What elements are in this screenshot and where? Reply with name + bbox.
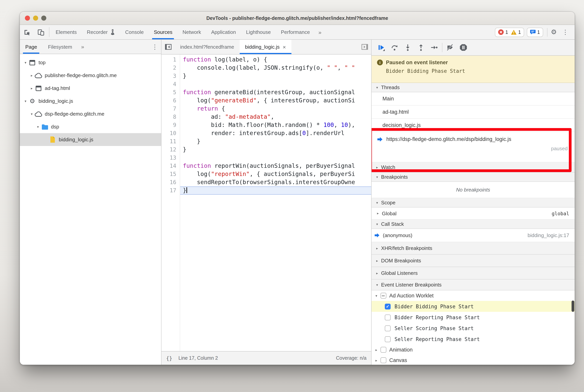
editor-tab-bidding-logic-js[interactable]: bidding_logic.js× — [240, 40, 291, 54]
tab-recorder[interactable]: Recorder — [82, 25, 120, 39]
line-number[interactable]: 7 — [161, 105, 180, 113]
code-line-1[interactable]: 1function log(label, o) { — [161, 56, 371, 64]
line-number[interactable]: 16 — [161, 178, 180, 186]
unchecked-checkbox[interactable] — [380, 357, 386, 363]
tree-item-publisher-fledge-demo-glitch-me[interactable]: ▸publisher-fledge-demo.glitch.me — [20, 69, 161, 82]
thread-row-ad-tag-html[interactable]: ad-tag.html — [372, 106, 575, 119]
code-line-15[interactable]: 15 log("reportWin", { auctionSignals, pe… — [161, 170, 371, 178]
close-window-button[interactable] — [25, 16, 30, 21]
tree-item-bidding-logic-js[interactable]: ▾⚙bidding_logic.js — [20, 94, 161, 108]
tab-sources[interactable]: Sources — [149, 25, 177, 39]
tab-network[interactable]: Network — [177, 25, 206, 39]
thread-row-decision-logic-js[interactable]: decision_logic.js — [372, 119, 575, 132]
code-line-17[interactable]: 17} — [161, 186, 371, 195]
tab-console[interactable]: Console — [120, 25, 149, 39]
elbp-item-bidder-bidding-phase-start[interactable]: Bidder Bidding Phase Start — [372, 301, 575, 312]
thread-row-main[interactable]: Main — [372, 92, 575, 106]
section-header-xhr-fetch-breakpoints[interactable]: ▸XHR/fetch Breakpoints — [372, 242, 575, 254]
code-line-16[interactable]: 16 sendReportTo(browserSignals.interestG… — [161, 178, 371, 186]
close-tab-icon[interactable]: × — [283, 44, 286, 50]
indeterminate-checkbox[interactable] — [380, 293, 386, 298]
code-line-2[interactable]: 2 console.log(label, JSON.stringify(o, "… — [161, 64, 371, 72]
step-over-button[interactable] — [388, 41, 401, 54]
current-thread-row[interactable]: https://dsp-fledge-demo.glitch.me/dsp/bi… — [372, 132, 575, 162]
line-number[interactable]: 14 — [161, 162, 180, 170]
tab-performance[interactable]: Performance — [276, 25, 315, 39]
device-toolbar-button[interactable] — [34, 25, 48, 39]
line-number[interactable]: 5 — [161, 88, 180, 96]
line-number[interactable]: 3 — [161, 72, 180, 80]
show-debugger-button[interactable] — [358, 40, 371, 54]
scrollbar-thumb[interactable] — [572, 300, 574, 312]
elbp-item-bidder-reporting-phase-start[interactable]: Bidder Reporting Phase Start — [372, 312, 575, 323]
checked-checkbox[interactable] — [385, 304, 391, 309]
navigator-tab-filesystem[interactable]: Filesystem — [42, 40, 78, 54]
minimize-window-button[interactable] — [33, 16, 38, 21]
tree-item-dsp-fledge-demo-glitch-me[interactable]: ▾dsp-fledge-demo.glitch.me — [20, 108, 161, 120]
hide-navigator-button[interactable] — [161, 40, 175, 54]
elbp-item-seller-reporting-phase-start[interactable]: Seller Reporting Phase Start — [372, 334, 575, 344]
customize-devtools-button[interactable]: ⋮ — [559, 28, 572, 36]
code-line-8[interactable]: 8 ad: "ad-metadata", — [161, 113, 371, 121]
code-editor[interactable]: 1function log(label, o) {2 console.log(l… — [161, 54, 371, 351]
elbp-category-ad-auction-worklet[interactable]: ▾ Ad Auction Worklet — [372, 290, 575, 301]
deactivate-breakpoints-button[interactable] — [444, 41, 457, 54]
line-number[interactable]: 2 — [161, 64, 180, 72]
tab-application[interactable]: Application — [206, 25, 241, 39]
line-number[interactable]: 17 — [161, 186, 180, 195]
unchecked-checkbox[interactable] — [380, 347, 386, 353]
section-header-dom-breakpoints[interactable]: ▸DOM Breakpoints — [372, 254, 575, 267]
step-into-button[interactable] — [401, 41, 414, 54]
tree-item-bidding-logic-js[interactable]: bidding_logic.js — [20, 133, 161, 146]
pause-on-exceptions-button[interactable] — [457, 41, 470, 54]
pretty-print-button[interactable]: {} — [166, 355, 172, 361]
code-line-6[interactable]: 6 log("generateBid", { interestGroup, au… — [161, 96, 371, 105]
code-line-10[interactable]: 10 render: interestGroup.ads[0].renderUr… — [161, 129, 371, 138]
watch-section-header[interactable]: ▸ Watch — [372, 162, 575, 172]
more-panels-button[interactable]: » — [315, 25, 325, 39]
line-number[interactable]: 12 — [161, 146, 180, 154]
issues-badge[interactable]: 1 1 — [495, 28, 524, 37]
unchecked-checkbox[interactable] — [385, 314, 391, 320]
line-number[interactable]: 1 — [161, 56, 180, 64]
call-stack-section-header[interactable]: ▾ Call Stack — [372, 220, 575, 229]
step-out-button[interactable] — [414, 41, 428, 54]
breakpoints-section-header[interactable]: ▾ Breakpoints — [372, 172, 575, 182]
scope-global-row[interactable]: ▸ Global global — [372, 208, 575, 220]
code-line-3[interactable]: 3} — [161, 72, 371, 80]
zoom-window-button[interactable] — [41, 16, 46, 21]
event-listener-breakpoints-header[interactable]: ▾ Event Listener Breakpoints — [372, 280, 575, 290]
code-line-12[interactable]: 12} — [161, 146, 371, 154]
code-line-5[interactable]: 5function generateBid(interestGroup, auc… — [161, 88, 371, 96]
code-line-4[interactable]: 4 — [161, 80, 371, 88]
line-number[interactable]: 8 — [161, 113, 180, 121]
code-line-14[interactable]: 14function reportWin(auctionSignals, per… — [161, 162, 371, 170]
line-number[interactable]: 11 — [161, 138, 180, 146]
line-number[interactable]: 9 — [161, 121, 180, 129]
unchecked-checkbox[interactable] — [385, 325, 391, 331]
code-line-11[interactable]: 11 } — [161, 138, 371, 146]
call-stack-frame[interactable]: (anonymous) bidding_logic.js:17 — [372, 229, 575, 242]
tree-item-dsp[interactable]: ▾dsp — [20, 120, 161, 133]
line-number[interactable]: 6 — [161, 96, 180, 105]
messages-badge[interactable]: 1 — [527, 28, 543, 37]
code-line-13[interactable]: 13 — [161, 154, 371, 162]
code-line-7[interactable]: 7 return { — [161, 105, 371, 113]
more-navigator-tabs-button[interactable]: » — [78, 40, 88, 54]
editor-tab-index-html-fencedframe[interactable]: index.html?fencedframe — [175, 40, 240, 54]
step-button[interactable] — [428, 41, 441, 54]
tree-item-top[interactable]: ▾top — [20, 56, 161, 69]
scope-section-header[interactable]: ▾ Scope — [372, 198, 575, 208]
navigator-tab-page[interactable]: Page — [20, 40, 42, 54]
inspect-element-button[interactable] — [20, 25, 34, 39]
tab-elements[interactable]: Elements — [50, 25, 82, 39]
tree-item-ad-tag-html[interactable]: ▸ad-tag.html — [20, 82, 161, 94]
unchecked-checkbox[interactable] — [385, 336, 391, 342]
line-number[interactable]: 15 — [161, 170, 180, 178]
elbp-category-animation[interactable]: ▸Animation — [372, 344, 575, 355]
line-number[interactable]: 4 — [161, 80, 180, 88]
section-header-global-listeners[interactable]: ▸Global Listeners — [372, 267, 575, 280]
line-number[interactable]: 10 — [161, 129, 180, 138]
elbp-item-seller-scoring-phase-start[interactable]: Seller Scoring Phase Start — [372, 323, 575, 334]
code-line-9[interactable]: 9 bid: Math.floor(Math.random() * 100, 1… — [161, 121, 371, 129]
